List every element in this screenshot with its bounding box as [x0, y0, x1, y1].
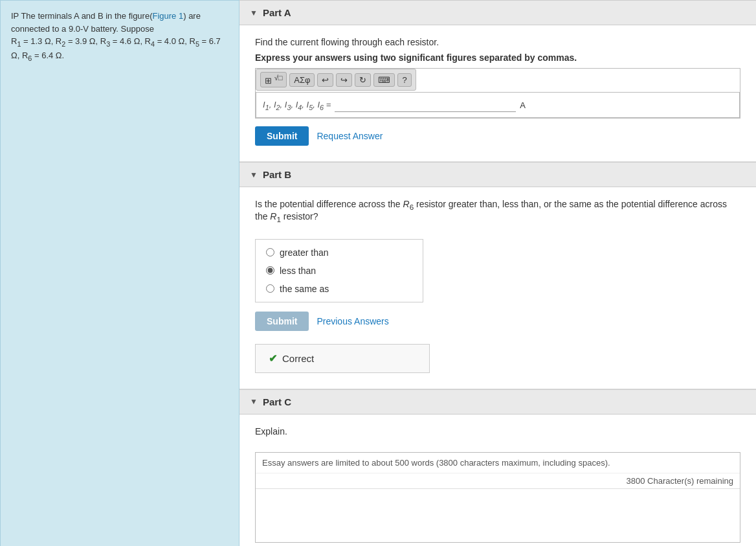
part-b-question: Is the potential difference across the R…: [255, 199, 740, 223]
math-input-container: I1, I2, I3, I4, I5, I6 = A: [256, 92, 740, 118]
redo-button[interactable]: ↪: [336, 73, 352, 87]
undo-icon: ↩: [322, 75, 329, 85]
math-input[interactable]: [335, 98, 516, 112]
part-b-radio-group: greater than less than the same as: [255, 239, 423, 302]
sidebar: IP The terminals A and B in the figure(F…: [0, 0, 239, 546]
keyboard-button[interactable]: ⌨: [373, 73, 395, 87]
char-remaining: 3800 Character(s) remaining: [256, 473, 740, 488]
part-a-chevron[interactable]: ▼: [250, 8, 258, 17]
help-icon: ?: [402, 75, 406, 85]
sidebar-intro: IP The terminals A and B in the figure(: [11, 11, 152, 21]
radio-less-than[interactable]: [266, 266, 274, 275]
math-toolbar: ⊞ √□ ΑΣφ ↩ ↪ ↻ ⌨: [256, 69, 416, 91]
radio-greater-than[interactable]: [266, 248, 274, 256]
option-less-than-label: less than: [280, 266, 316, 276]
figure-link[interactable]: Figure 1: [152, 11, 183, 21]
undo-button[interactable]: ↩: [317, 73, 333, 87]
refresh-button[interactable]: ↻: [355, 73, 371, 87]
redo-icon: ↪: [340, 75, 348, 85]
keyboard-icon: ⌨: [378, 75, 390, 85]
sqrt-icon: √□: [274, 74, 283, 82]
part-c-header: ▼ Part C: [239, 389, 756, 415]
sidebar-resistors: R1 = 1.3 Ω, R2 = 3.9 Ω, R3 = 4.6 Ω, R4 =…: [11, 36, 221, 60]
grid-button[interactable]: ⊞ √□: [260, 72, 287, 87]
correct-checkmark: ✔: [269, 352, 277, 365]
part-a-header: ▼ Part A: [239, 0, 756, 25]
sigma-icon: ΑΣφ: [294, 75, 310, 85]
part-b-submit-row: Submit Previous Answers: [255, 312, 740, 331]
essay-textarea-container: Essay answers are limited to about 500 w…: [255, 452, 740, 543]
math-unit: A: [520, 100, 526, 110]
main-content: ▼ Part A Find the current flowing throug…: [239, 0, 756, 546]
part-c-chevron[interactable]: ▼: [250, 397, 258, 406]
part-b-previous-answers-link[interactable]: Previous Answers: [317, 316, 388, 326]
part-b-header: ▼ Part B: [239, 162, 756, 187]
sigma-button[interactable]: ΑΣφ: [289, 73, 315, 87]
part-c-label: Part C: [263, 396, 291, 407]
help-button[interactable]: ?: [397, 73, 411, 87]
essay-textarea[interactable]: [256, 488, 740, 540]
grid-icon: ⊞: [265, 76, 272, 85]
essay-info: Essay answers are limited to about 500 w…: [256, 453, 740, 473]
part-c-content: Explain. Essay answers are limited to ab…: [239, 415, 756, 546]
math-expression-label: I1, I2, I3, I4, I5, I6 =: [263, 100, 331, 111]
correct-box: ✔ Correct: [255, 344, 430, 373]
part-a-label: Part A: [263, 7, 291, 18]
part-a-content: Find the current flowing through each re…: [239, 25, 756, 161]
part-b-submit-button[interactable]: Submit: [255, 312, 309, 331]
refresh-icon: ↻: [359, 75, 366, 85]
option-greater-than[interactable]: greater than: [266, 247, 412, 258]
radio-same-as[interactable]: [266, 284, 274, 293]
option-same-as-label: the same as: [280, 284, 329, 294]
part-a-expression: Express your answers using two significa…: [255, 52, 740, 63]
option-greater-than-label: greater than: [280, 247, 329, 258]
part-b-label: Part B: [263, 169, 291, 180]
option-less-than[interactable]: less than: [266, 266, 412, 276]
part-b-content: Is the potential difference across the R…: [239, 187, 756, 389]
part-c-instruction: Explain.: [255, 426, 740, 437]
correct-label: Correct: [282, 353, 314, 364]
part-a-request-answer-link[interactable]: Request Answer: [317, 131, 383, 141]
part-b-chevron[interactable]: ▼: [250, 170, 258, 179]
part-a-instruction: Find the current flowing through each re…: [255, 37, 740, 47]
part-a-answer-box: ⊞ √□ ΑΣφ ↩ ↪ ↻ ⌨: [255, 68, 740, 119]
part-a-submit-button[interactable]: Submit: [255, 126, 309, 146]
part-a-submit-row: Submit Request Answer: [255, 126, 740, 146]
option-same-as[interactable]: the same as: [266, 284, 412, 294]
